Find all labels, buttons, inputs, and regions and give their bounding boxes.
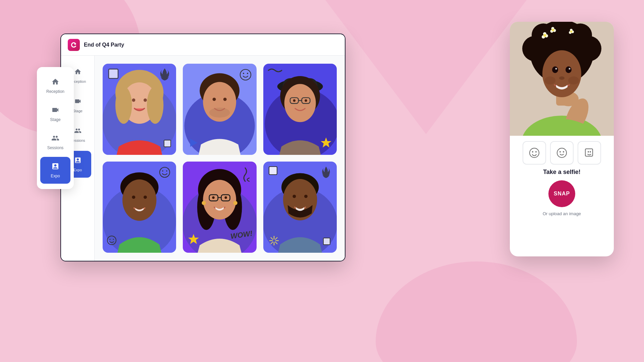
photo-card-2[interactable] [183,64,256,155]
svg-point-37 [113,239,114,240]
floating-sidebar: Reception Stage Sessions Expo [37,67,74,189]
svg-point-11 [243,73,244,74]
svg-rect-1 [109,69,118,78]
sticker-option-note[interactable] [578,141,601,165]
sticker-option-smiley[interactable] [523,141,546,165]
floating-nav-label-reception: Reception [46,89,64,94]
svg-point-69 [292,195,296,198]
main-content: WOW! [95,56,345,261]
sticker-note-mini-1 [163,139,173,150]
sticker-smile-outline-4 [106,235,117,247]
svg-point-53 [233,201,237,205]
floating-sessions-icon [51,134,59,144]
svg-line-62 [275,242,277,244]
svg-point-26 [284,84,316,122]
sticker-options [510,136,614,167]
expo-icon [74,157,82,166]
app-header: End of Q4 Party [61,34,345,56]
svg-marker-43 [188,234,199,244]
sidebar-label-expo: Expo [73,168,82,172]
svg-point-42 [144,195,147,199]
svg-point-34 [166,170,168,172]
sessions-icon [74,127,82,136]
snap-button[interactable]: SNAP [548,180,575,207]
svg-point-103 [532,151,533,153]
svg-point-41 [132,195,135,199]
floating-nav-sessions[interactable]: Sessions [40,129,70,156]
app-body: Reception Stage Sessions [61,56,345,261]
floating-expo-icon [51,162,59,172]
floating-home-icon [51,78,59,88]
sticker-fire-6 [320,166,332,180]
svg-point-101 [570,31,572,33]
selfie-preview [510,22,614,136]
svg-point-32 [160,167,170,177]
svg-point-52 [202,201,206,205]
floating-nav-label-stage: Stage [50,117,60,122]
svg-point-87 [555,68,557,70]
bg-decoration-right [376,261,577,362]
svg-point-97 [552,29,554,31]
svg-point-35 [107,236,116,245]
svg-point-33 [162,170,164,172]
photo-card-5[interactable]: WOW! [183,162,256,253]
svg-point-106 [559,151,561,153]
svg-line-63 [275,237,277,240]
svg-point-12 [247,73,248,74]
sticker-sparkle-6 [268,235,280,248]
svg-point-6 [115,86,132,124]
floating-nav-reception[interactable]: Reception [40,72,70,99]
floating-nav-expo[interactable]: Expo [40,157,70,184]
app-window: End of Q4 Party Reception [60,34,345,261]
sticker-star-3 [320,137,332,149]
svg-point-40 [122,179,156,221]
upload-link[interactable]: Or upload an image [510,211,614,222]
sticker-smiley-2 [239,68,252,82]
svg-point-55 [225,196,227,199]
app-logo [68,39,80,51]
photo-card-1[interactable] [103,64,176,155]
svg-point-88 [569,68,571,70]
svg-point-84 [568,76,579,84]
floating-nav-label-expo: Expo [51,174,60,178]
floating-nav-label-sessions: Sessions [47,145,64,150]
svg-point-102 [530,148,539,158]
svg-rect-2 [164,140,171,147]
photo-grid: WOW! [103,64,337,253]
svg-point-85 [552,66,558,73]
sticker-play-2 [187,137,200,150]
svg-point-93 [544,34,546,37]
svg-point-104 [535,151,537,153]
photo-card-3[interactable] [263,64,337,155]
svg-point-109 [588,151,589,153]
sticker-note-mini-6 [323,237,332,248]
sticker-smiley-4 [159,166,171,180]
floating-video-icon [51,106,59,116]
svg-point-0 [74,43,76,45]
photo-card-6[interactable] [263,162,337,253]
svg-point-48 [203,180,236,220]
svg-point-9 [144,99,147,102]
sticker-fire-1 [158,67,171,83]
sidebar-label-stage: Stage [73,109,83,113]
svg-point-70 [304,195,308,198]
svg-point-7 [147,86,163,124]
selfie-panel: Take a selfie! SNAP Or upload an image [510,22,614,256]
svg-point-83 [545,76,555,84]
photo-card-4[interactable] [103,162,176,253]
sticker-star-5 [187,233,200,246]
svg-point-31 [305,99,307,102]
svg-point-86 [566,66,572,73]
take-selfie-label: Take a selfie! [543,169,581,175]
video-icon [74,98,82,107]
svg-point-110 [590,151,591,153]
svg-point-30 [293,99,295,102]
floating-nav-stage[interactable]: Stage [40,101,70,127]
svg-rect-56 [269,167,277,175]
bg-triangle [325,0,527,134]
sticker-note-1 [107,68,120,83]
sticker-option-smile-soft[interactable] [550,141,574,165]
svg-marker-21 [321,137,331,147]
svg-point-89 [559,76,565,80]
svg-point-81 [569,23,592,47]
